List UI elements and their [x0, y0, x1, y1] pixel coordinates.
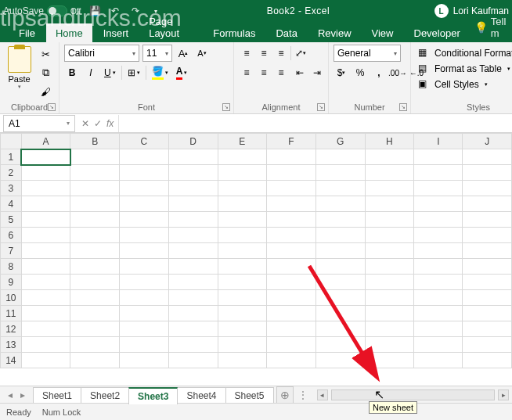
cell[interactable] — [168, 165, 218, 181]
new-sheet-button[interactable]: ⊕ — [276, 386, 294, 404]
cell[interactable] — [218, 337, 267, 353]
sheet-nav-next-icon[interactable]: ▸ — [20, 389, 25, 400]
cell[interactable] — [218, 290, 267, 306]
row-header[interactable]: 3 — [1, 181, 22, 196]
cell[interactable] — [70, 196, 120, 212]
cell[interactable] — [414, 259, 463, 275]
column-header[interactable]: J — [463, 134, 512, 149]
column-header[interactable]: D — [168, 134, 218, 149]
cell[interactable] — [70, 337, 120, 353]
cell[interactable] — [70, 306, 120, 321]
cell[interactable] — [218, 353, 267, 368]
cell[interactable] — [365, 275, 414, 290]
sheet-tab[interactable]: Sheet1 — [33, 387, 81, 404]
increase-decimal-button[interactable]: .00→ — [390, 64, 406, 81]
cell[interactable] — [365, 196, 414, 212]
tab-formulas[interactable]: Formulas — [204, 23, 265, 42]
cell[interactable] — [267, 290, 316, 306]
cell-styles-button[interactable]: ▣ Cell Styles▾ — [416, 77, 512, 92]
column-header[interactable]: F — [267, 134, 316, 149]
cell[interactable] — [315, 212, 365, 228]
cell[interactable] — [21, 196, 70, 212]
fill-color-button[interactable]: 🪣▾ — [150, 64, 171, 81]
column-header[interactable]: I — [414, 134, 463, 149]
increase-font-button[interactable]: A▴ — [175, 45, 191, 62]
cell[interactable] — [414, 149, 463, 165]
dialog-launcher-icon[interactable]: ↘ — [317, 103, 325, 111]
cell[interactable] — [315, 259, 365, 275]
cell[interactable] — [120, 259, 169, 275]
align-center-button[interactable]: ≡ — [256, 64, 272, 81]
row-header[interactable]: 8 — [1, 259, 22, 275]
cell[interactable] — [21, 228, 70, 243]
row-header[interactable]: 6 — [1, 228, 22, 243]
cell[interactable] — [168, 353, 218, 368]
cell[interactable] — [70, 321, 120, 337]
row-header[interactable]: 2 — [1, 165, 22, 181]
cell[interactable] — [168, 275, 218, 290]
fx-icon[interactable]: fx — [106, 118, 114, 129]
cell[interactable] — [267, 275, 316, 290]
conditional-formatting-button[interactable]: ▦ Conditional Formatting▾ — [416, 46, 512, 60]
row-header[interactable]: 13 — [1, 337, 22, 353]
cell[interactable] — [21, 306, 70, 321]
cell[interactable] — [70, 228, 120, 243]
cell[interactable] — [168, 212, 218, 228]
cell[interactable] — [267, 212, 316, 228]
sheet-tab[interactable]: Sheet4 — [177, 387, 225, 404]
select-all-button[interactable] — [1, 134, 22, 149]
column-header[interactable]: H — [365, 134, 414, 149]
tab-home[interactable]: Home — [46, 23, 92, 42]
cell[interactable] — [267, 196, 316, 212]
name-box[interactable]: A1 ▾ — [3, 115, 75, 132]
tab-review[interactable]: Review — [308, 23, 361, 42]
number-format-combo[interactable]: General▾ — [334, 45, 401, 62]
cell[interactable] — [463, 196, 512, 212]
user-name[interactable]: Lori Kaufman — [453, 5, 509, 16]
tab-scroll-handle[interactable]: ⋮ — [294, 389, 314, 400]
cell[interactable] — [267, 228, 316, 243]
cell[interactable] — [218, 165, 267, 181]
cell[interactable] — [21, 337, 70, 353]
horizontal-scrollbar[interactable] — [331, 389, 495, 400]
save-icon[interactable]: 💾 — [88, 5, 101, 17]
cell[interactable] — [414, 212, 463, 228]
underline-button[interactable]: U▾ — [102, 64, 118, 81]
tab-page-layout[interactable]: Page Layout — [139, 12, 202, 42]
sheet-nav-prev-icon[interactable]: ◂ — [8, 389, 13, 400]
cell[interactable] — [120, 165, 169, 181]
cell[interactable] — [218, 181, 267, 196]
cell[interactable] — [70, 353, 120, 368]
cell[interactable] — [365, 212, 414, 228]
cell[interactable] — [414, 290, 463, 306]
column-header[interactable]: C — [120, 134, 169, 149]
cell[interactable] — [365, 321, 414, 337]
increase-indent-button[interactable]: ⇥ — [309, 64, 325, 81]
user-avatar-icon[interactable]: L — [434, 4, 449, 18]
cell[interactable] — [414, 181, 463, 196]
cell[interactable] — [168, 321, 218, 337]
cell[interactable] — [120, 228, 169, 243]
undo-icon[interactable]: ↶ — [109, 5, 121, 17]
bold-button[interactable]: B — [64, 64, 80, 81]
cell[interactable] — [315, 149, 365, 165]
toggle-switch-icon[interactable] — [47, 5, 67, 16]
cell[interactable] — [267, 259, 316, 275]
row-header[interactable]: 14 — [1, 353, 22, 368]
tab-data[interactable]: Data — [266, 23, 306, 42]
cell[interactable] — [218, 149, 267, 165]
cell[interactable] — [168, 243, 218, 259]
redo-icon[interactable]: ↷ — [129, 5, 142, 17]
cell[interactable] — [168, 181, 218, 196]
column-header[interactable]: A — [21, 134, 70, 149]
cell[interactable] — [315, 290, 365, 306]
cell[interactable] — [21, 212, 70, 228]
accounting-format-button[interactable]: $▾ — [334, 64, 349, 81]
cell[interactable] — [168, 290, 218, 306]
chevron-down-icon[interactable]: ▾ — [67, 120, 70, 127]
cell[interactable] — [267, 165, 316, 181]
cell[interactable] — [70, 165, 120, 181]
decrease-font-button[interactable]: A▾ — [194, 45, 210, 62]
cell[interactable] — [365, 337, 414, 353]
cell[interactable] — [120, 290, 169, 306]
